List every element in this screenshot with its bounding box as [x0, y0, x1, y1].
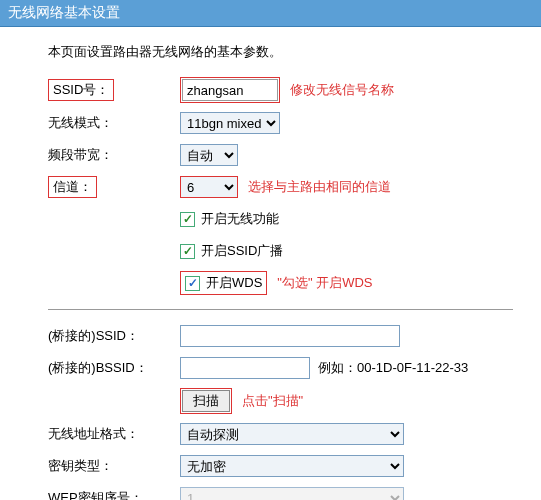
- enable-ssid-label: 开启SSID广播: [201, 242, 283, 260]
- bridge-bssid-input[interactable]: [180, 357, 310, 379]
- wds-annotation: "勾选" 开启WDS: [277, 274, 372, 292]
- wep-index-select: 1: [180, 487, 404, 500]
- enable-ssid-checkbox-wrap[interactable]: ✓ 开启SSID广播: [180, 242, 283, 260]
- row-bridge-bssid: (桥接的)BSSID： 例如：00-1D-0F-11-22-33: [48, 356, 513, 380]
- enable-wds-checkbox-wrap[interactable]: ✓ 开启WDS: [185, 274, 262, 292]
- page-title: 无线网络基本设置: [8, 4, 120, 20]
- ssid-input[interactable]: [182, 79, 278, 101]
- label-ssid: SSID号：: [48, 79, 114, 101]
- label-key-type: 密钥类型：: [48, 457, 180, 475]
- label-channel-wrap: 信道：: [48, 176, 180, 198]
- enable-wds-box: ✓ 开启WDS: [180, 271, 267, 295]
- title-bar: 无线网络基本设置: [0, 0, 541, 27]
- label-bridge-ssid: (桥接的)SSID：: [48, 327, 180, 345]
- intro-text: 本页面设置路由器无线网络的基本参数。: [48, 43, 513, 61]
- channel-annotation: 选择与主路由相同的信道: [248, 178, 391, 196]
- row-bandwidth: 频段带宽： 自动: [48, 143, 513, 167]
- bssid-example: 例如：00-1D-0F-11-22-33: [318, 359, 468, 377]
- check-icon: ✓: [180, 244, 195, 259]
- scan-annotation: 点击"扫描": [242, 392, 303, 410]
- label-addr-format: 无线地址格式：: [48, 425, 180, 443]
- scan-button[interactable]: 扫描: [182, 390, 230, 412]
- row-addr-format: 无线地址格式： 自动探测: [48, 422, 513, 446]
- row-scan: 扫描 点击"扫描": [48, 388, 513, 414]
- enable-wds-label: 开启WDS: [206, 274, 262, 292]
- ssid-input-wrap: [180, 77, 280, 103]
- label-channel: 信道：: [48, 176, 97, 198]
- addr-format-select[interactable]: 自动探测: [180, 423, 404, 445]
- check-icon: ✓: [180, 212, 195, 227]
- enable-wifi-checkbox-wrap[interactable]: ✓ 开启无线功能: [180, 210, 279, 228]
- row-bridge-ssid: (桥接的)SSID：: [48, 324, 513, 348]
- row-ssid: SSID号： 修改无线信号名称: [48, 77, 513, 103]
- row-mode: 无线模式： 11bgn mixed: [48, 111, 513, 135]
- row-enable-wds: ✓ 开启WDS "勾选" 开启WDS: [48, 271, 513, 295]
- check-icon: ✓: [185, 276, 200, 291]
- label-bandwidth: 频段带宽：: [48, 146, 180, 164]
- row-enable-ssid: ✓ 开启SSID广播: [48, 239, 513, 263]
- key-type-select[interactable]: 无加密: [180, 455, 404, 477]
- label-wep-index: WEP密钥序号：: [48, 489, 180, 500]
- label-bridge-bssid: (桥接的)BSSID：: [48, 359, 180, 377]
- ssid-annotation: 修改无线信号名称: [290, 81, 394, 99]
- channel-select[interactable]: 6: [180, 176, 238, 198]
- bandwidth-select[interactable]: 自动: [180, 144, 238, 166]
- bridge-ssid-input[interactable]: [180, 325, 400, 347]
- enable-wifi-label: 开启无线功能: [201, 210, 279, 228]
- row-channel: 信道： 6 选择与主路由相同的信道: [48, 175, 513, 199]
- row-key-type: 密钥类型： 无加密: [48, 454, 513, 478]
- label-ssid-wrap: SSID号：: [48, 79, 180, 101]
- content: 本页面设置路由器无线网络的基本参数。 SSID号： 修改无线信号名称 无线模式：…: [0, 27, 541, 500]
- row-wep-index: WEP密钥序号： 1: [48, 486, 513, 500]
- mode-select[interactable]: 11bgn mixed: [180, 112, 280, 134]
- scan-button-wrap: 扫描: [180, 388, 232, 414]
- row-enable-wifi: ✓ 开启无线功能: [48, 207, 513, 231]
- label-mode: 无线模式：: [48, 114, 180, 132]
- divider: [48, 309, 513, 310]
